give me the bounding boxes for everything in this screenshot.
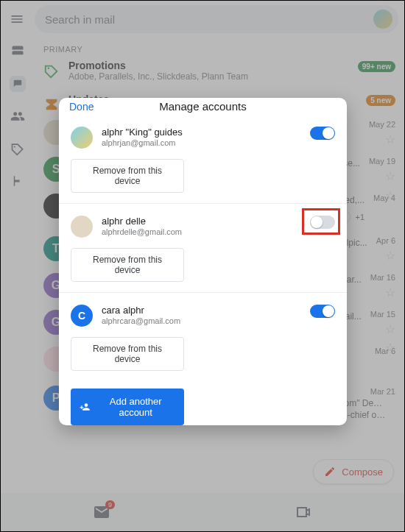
remove-account-button[interactable]: Remove from this device (71, 248, 184, 282)
remove-account-button[interactable]: Remove from this device (71, 337, 184, 371)
modal-title: Manage accounts (159, 100, 246, 113)
account-avatar: C (71, 305, 93, 327)
manage-accounts-modal: Done Manage accounts alphr "King" guides… (59, 98, 347, 425)
account-email: alphrdelle@gmail.com (102, 227, 182, 237)
account-avatar (71, 127, 93, 149)
account-name: alphr delle (102, 216, 182, 227)
account-item: alphr "King" guides alphrjan@gmail.com R… (59, 115, 347, 204)
account-item: alphr delle alphrdelle@gmail.com Remove … (59, 204, 347, 293)
account-name: alphr "King" guides (102, 127, 183, 138)
add-account-button[interactable]: Add another account (71, 389, 184, 425)
done-button[interactable]: Done (69, 101, 94, 113)
account-name: cara alphr (102, 305, 180, 316)
account-item: C cara alphr alphrcara@gmail.com Remove … (59, 293, 347, 381)
account-toggle[interactable] (310, 305, 335, 318)
add-account-label: Add another account (96, 396, 175, 418)
annotation-highlight (302, 208, 340, 235)
account-email: alphrcara@gmail.com (102, 316, 180, 326)
account-toggle[interactable] (310, 127, 335, 140)
person-add-icon (80, 401, 90, 413)
account-email: alphrjan@gmail.com (102, 138, 183, 148)
remove-account-button[interactable]: Remove from this device (71, 159, 184, 193)
account-avatar (71, 216, 93, 238)
